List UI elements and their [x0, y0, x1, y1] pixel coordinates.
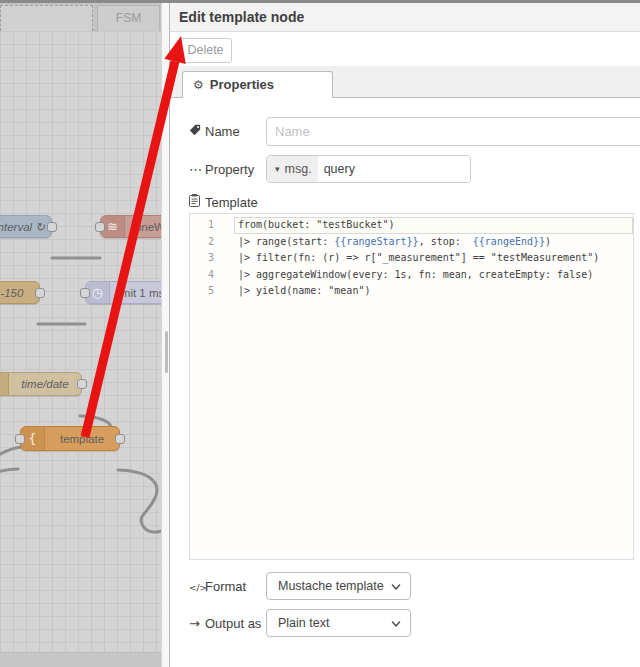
dialog-tabrow: ⚙Properties — [170, 66, 640, 98]
flow-node-label: sineWave — [125, 216, 161, 237]
tag-icon — [189, 124, 205, 139]
property-label: ⋯Property — [189, 162, 254, 177]
ellipsis-icon: ⋯ — [189, 162, 205, 177]
template-label-text: Template — [205, 195, 258, 210]
caret-down-icon: ▾ — [275, 164, 280, 174]
name-label: Name — [189, 124, 240, 139]
format-label: </>Format — [189, 579, 246, 594]
name-label-text: Name — [205, 124, 240, 139]
flow-node-label: template — [45, 427, 119, 450]
template-label: Template — [189, 194, 258, 210]
clipboard-icon — [189, 194, 205, 210]
format-select[interactable]: Mustache template — [266, 572, 411, 600]
flow-tab-fsm[interactable]: FSM — [97, 5, 160, 31]
flow-node-label: s-150 — [0, 282, 39, 303]
property-typed-input: ▾ msg. — [266, 155, 471, 183]
node-port-in[interactable] — [80, 288, 90, 298]
code-line[interactable]: |> yield(name: "mean") — [234, 283, 633, 300]
code-line[interactable]: from(bucket: "testBucket") — [234, 217, 633, 234]
node-port-out[interactable] — [115, 434, 125, 444]
dialog-title: Edit template node — [170, 3, 640, 32]
output-select-value: Plain text — [278, 616, 329, 630]
vertical-scrollbar[interactable] — [161, 0, 169, 667]
property-value-input[interactable] — [318, 156, 471, 182]
tab-properties[interactable]: ⚙Properties — [182, 71, 333, 98]
chevron-down-icon — [391, 619, 401, 629]
code-line-number: 3 — [190, 250, 226, 267]
workspace-footer — [0, 652, 161, 667]
gear-icon: ⚙ — [193, 78, 204, 92]
output-select[interactable]: Plain text — [266, 609, 411, 637]
flow-node-template[interactable]: {template — [20, 426, 120, 451]
code-line-number: 5 — [190, 283, 226, 300]
flow-node-label: interval ↻ — [0, 216, 51, 237]
tab-properties-label: Properties — [210, 77, 274, 92]
flow-workspace[interactable]: interval ↻≋sineWaves-150◷limit 1 msftime… — [0, 31, 161, 667]
flow-editor-pane: FSM interval ↻≋sineWaves-150◷limit 1 msf… — [0, 0, 161, 667]
chevron-down-icon — [391, 582, 401, 592]
property-label-text: Property — [205, 162, 254, 177]
code-icon: </> — [189, 583, 205, 593]
flow-node-s-150[interactable]: s-150 — [0, 281, 40, 304]
flow-node-limit[interactable]: ◷limit 1 ms — [85, 281, 161, 304]
flow-nodes: interval ↻≋sineWaves-150◷limit 1 msftime… — [0, 31, 161, 667]
format-select-value: Mustache template — [278, 579, 384, 593]
property-prefix: msg. — [285, 162, 312, 176]
template-code-editor[interactable]: 12345 from(bucket: "testBucket")|> range… — [189, 213, 634, 560]
template-code-gutter: 12345 — [190, 214, 226, 559]
time-date-node-icon: f — [0, 373, 9, 395]
code-line-number: 1 — [190, 217, 226, 234]
code-line-number: 4 — [190, 267, 226, 284]
code-line-number: 2 — [190, 234, 226, 251]
node-port-in[interactable] — [95, 222, 105, 232]
code-line[interactable]: |> aggregateWindow(every: 1s, fn: mean, … — [234, 267, 633, 284]
node-port-out[interactable] — [77, 379, 87, 389]
flow-tabbar: FSM — [0, 3, 161, 31]
output-label-text: Output as — [205, 616, 261, 631]
scrollbar-thumb[interactable] — [165, 331, 168, 373]
template-code-lines: from(bucket: "testBucket")|> range(start… — [234, 214, 633, 300]
dialog-form: Name ⋯Property ▾ msg. Template 12345 fro… — [170, 98, 640, 667]
name-input[interactable] — [266, 117, 640, 146]
node-port-out[interactable] — [47, 222, 57, 232]
output-label: →Output as — [189, 616, 261, 631]
window-top-border — [0, 0, 640, 3]
flow-node-label: time/date — [9, 373, 81, 395]
dialog-toolbar: Delete — [170, 32, 640, 66]
node-port-in[interactable] — [15, 434, 25, 444]
flow-node-label: limit 1 ms — [110, 282, 161, 303]
flow-tab-current[interactable] — [0, 5, 93, 31]
property-type-button[interactable]: ▾ msg. — [267, 156, 318, 182]
code-line[interactable]: |> range(start: {{rangeStart}}, stop: {{… — [234, 234, 633, 251]
flow-node-sinewave[interactable]: ≋sineWave — [100, 215, 161, 238]
edit-node-dialog: Edit template node Delete ⚙Properties Na… — [169, 0, 640, 667]
flow-node-interval[interactable]: interval ↻ — [0, 215, 52, 238]
flow-node-time-date[interactable]: ftime/date — [0, 372, 82, 396]
format-label-text: Format — [205, 579, 246, 594]
arrow-right-icon: → — [189, 616, 205, 631]
node-port-out[interactable] — [35, 288, 45, 298]
code-line[interactable]: |> filter(fn: (r) => r["_measurement"] =… — [234, 250, 633, 267]
delete-button[interactable]: Delete — [179, 38, 232, 63]
